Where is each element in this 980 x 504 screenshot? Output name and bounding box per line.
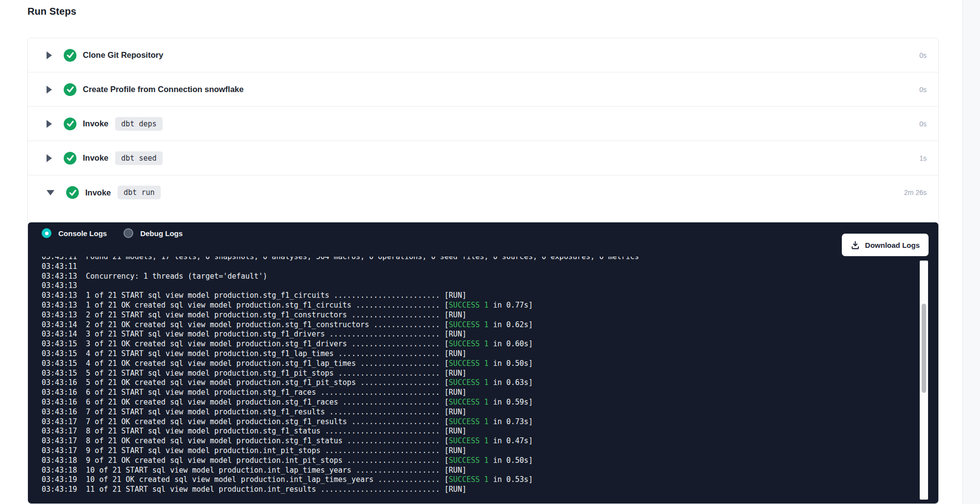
- log-line: 03:43:17 8 of 21 OK created sql view mod…: [42, 436, 909, 446]
- log-line: 03:43:17 8 of 21 START sql view model pr…: [42, 427, 909, 436]
- log-panel-header: Console Logs Debug Logs Download Logs: [42, 222, 938, 244]
- log-line: 03:43:15 5 of 21 START sql view model pr…: [42, 369, 909, 379]
- download-logs-label: Download Logs: [865, 241, 920, 249]
- download-logs-button[interactable]: Download Logs: [842, 234, 929, 256]
- log-lines: 03:43:11 Found 21 models, 17 tests, 0 sn…: [42, 257, 909, 495]
- run-step-row-dbt-seed[interactable]: Invoke dbt seed 1s: [28, 141, 938, 175]
- log-line: 03:43:19 11 of 21 START sql view model p…: [42, 485, 909, 495]
- radio-debug-logs[interactable]: Debug Logs: [123, 228, 183, 238]
- log-line: 03:43:13 1 of 21 OK created sql view mod…: [42, 301, 909, 311]
- run-step-row-dbt-run[interactable]: Invoke dbt run 2m 26s: [28, 175, 938, 210]
- log-panel: Console Logs Debug Logs Download Logs 03…: [28, 222, 938, 504]
- radio-selected-icon[interactable]: [42, 228, 51, 238]
- run-steps-card: Clone Git Repository 0s Create Profile f…: [27, 38, 939, 504]
- console-log-output: 03:43:11 Found 21 models, 17 tests, 0 sn…: [42, 257, 909, 503]
- success-check-icon: [64, 152, 76, 165]
- log-line: 03:43:13: [42, 281, 909, 291]
- log-line: 03:43:14 3 of 21 START sql view model pr…: [42, 330, 909, 339]
- log-line: 03:43:15 4 of 21 OK created sql view mod…: [42, 359, 909, 369]
- step-label: Invoke: [83, 119, 108, 128]
- log-line: 03:43:13 2 of 21 START sql view model pr…: [42, 311, 909, 320]
- step-label: Invoke: [85, 188, 111, 197]
- success-check-icon: [64, 118, 76, 130]
- log-line: 03:43:18 10 of 21 START sql view model p…: [42, 466, 909, 476]
- step-duration: 0s: [919, 51, 927, 59]
- step-duration: 0s: [919, 86, 927, 94]
- step-duration: 0s: [919, 120, 927, 128]
- log-scrollbar-track[interactable]: [920, 261, 928, 500]
- log-line: 03:43:18 9 of 21 OK created sql view mod…: [42, 456, 909, 466]
- log-line: 03:43:13 1 of 21 START sql view model pr…: [42, 291, 909, 301]
- log-line: 03:43:16 5 of 21 OK created sql view mod…: [42, 378, 909, 388]
- success-check-icon: [64, 49, 76, 62]
- log-line: 03:43:16 6 of 21 OK created sql view mod…: [42, 398, 909, 408]
- radio-label[interactable]: Console Logs: [58, 229, 107, 238]
- log-line: 03:43:15 3 of 21 OK created sql view mod…: [42, 339, 909, 349]
- chevron-down-icon: [47, 190, 54, 195]
- step-command-badge: dbt seed: [115, 151, 162, 165]
- run-step-row-dbt-deps[interactable]: Invoke dbt deps 0s: [28, 107, 938, 141]
- success-check-icon: [66, 186, 79, 199]
- success-check-icon: [64, 83, 76, 96]
- step-label: Clone Git Repository: [83, 50, 163, 60]
- log-line: 03:43:11: [42, 262, 909, 272]
- page-title: Run Steps: [27, 6, 76, 17]
- step-duration: 2m 26s: [904, 189, 927, 196]
- radio-console-logs[interactable]: Console Logs: [42, 228, 107, 238]
- step-duration: 1s: [919, 154, 927, 162]
- log-scrollbar-thumb[interactable]: [922, 304, 926, 393]
- step-command-badge: dbt deps: [115, 117, 162, 131]
- step-label: Invoke: [83, 153, 108, 163]
- log-line: 03:43:13 Concurrency: 1 threads (target=…: [42, 272, 909, 282]
- radio-unselected-icon[interactable]: [123, 228, 133, 238]
- page-right-gutter: [962, 0, 980, 504]
- log-line: 03:43:15 4 of 21 START sql view model pr…: [42, 349, 909, 359]
- log-line: 03:43:17 9 of 21 START sql view model pr…: [42, 446, 909, 456]
- run-step-row-create-profile[interactable]: Create Profile from Connection snowflake…: [28, 72, 938, 107]
- download-icon: [851, 240, 860, 250]
- step-label: Create Profile from Connection snowflake: [83, 85, 244, 94]
- log-line: 03:43:14 2 of 21 OK created sql view mod…: [42, 320, 909, 330]
- log-line: 03:43:16 6 of 21 START sql view model pr…: [42, 388, 909, 398]
- log-line: 03:43:16 7 of 21 START sql view model pr…: [42, 408, 909, 417]
- radio-label[interactable]: Debug Logs: [140, 229, 183, 238]
- log-line: 03:43:17 7 of 21 OK created sql view mod…: [42, 417, 909, 427]
- log-line: 03:43:19 10 of 21 OK created sql view mo…: [42, 475, 909, 485]
- run-step-row-clone-git-repository[interactable]: Clone Git Repository 0s: [28, 38, 938, 72]
- chevron-right-icon: [47, 120, 52, 128]
- step-command-badge: dbt run: [118, 186, 160, 199]
- chevron-right-icon: [47, 154, 52, 162]
- log-line: 03:43:11 Found 21 models, 17 tests, 0 sn…: [42, 257, 909, 262]
- chevron-right-icon: [47, 51, 52, 59]
- chevron-right-icon: [47, 86, 52, 94]
